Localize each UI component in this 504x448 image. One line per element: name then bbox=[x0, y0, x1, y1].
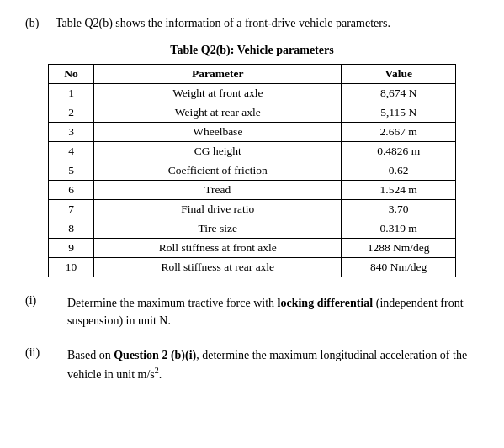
cell-4-0: 5 bbox=[48, 161, 93, 181]
cell-6-1: Final drive ratio bbox=[94, 200, 342, 219]
cell-0-0: 1 bbox=[48, 84, 93, 103]
table-row: 9Roll stiffness at front axle1288 Nm/deg bbox=[48, 239, 455, 258]
cell-0-2: 8,674 N bbox=[342, 84, 456, 103]
cell-4-2: 0.62 bbox=[342, 161, 456, 181]
cell-4-1: Coefficient of friction bbox=[94, 161, 342, 181]
cell-5-0: 6 bbox=[48, 181, 93, 200]
cell-2-1: Wheelbase bbox=[94, 123, 342, 142]
cell-3-1: CG height bbox=[94, 142, 342, 161]
sub-question-ii: (ii)Based on Question 2 (b)(i), determin… bbox=[25, 346, 479, 383]
col-header-value: Value bbox=[342, 65, 456, 84]
sub-content-0: Determine the maximum tractive force wit… bbox=[67, 294, 479, 329]
cell-2-0: 3 bbox=[48, 123, 93, 142]
table-row: 8Tire size0.319 m bbox=[48, 219, 455, 239]
table-row: 1Weight at front axle8,674 N bbox=[48, 84, 455, 103]
cell-7-0: 8 bbox=[48, 219, 93, 239]
table-row: 5Coefficient of friction0.62 bbox=[48, 161, 455, 181]
cell-8-2: 1288 Nm/deg bbox=[342, 239, 456, 258]
part-b-intro: Table Q2(b) shows the information of a f… bbox=[56, 17, 479, 30]
cell-9-2: 840 Nm/deg bbox=[342, 258, 456, 277]
cell-9-1: Roll stiffness at rear axle bbox=[94, 258, 342, 277]
cell-1-2: 5,115 N bbox=[342, 103, 456, 123]
table-row: 6Tread1.524 m bbox=[48, 181, 455, 200]
cell-0-1: Weight at front axle bbox=[94, 84, 342, 103]
table-row: 3Wheelbase2.667 m bbox=[48, 123, 455, 142]
cell-1-0: 2 bbox=[48, 103, 93, 123]
cell-7-2: 0.319 m bbox=[342, 219, 456, 239]
sub-content-1: Based on Question 2 (b)(i), determine th… bbox=[67, 346, 479, 383]
cell-8-0: 9 bbox=[48, 239, 93, 258]
sub-label-1: (ii) bbox=[25, 346, 67, 360]
col-header-no: No bbox=[48, 65, 93, 84]
table-title: Table Q2(b): Vehicle parameters bbox=[25, 44, 479, 57]
cell-6-2: 3.70 bbox=[342, 200, 456, 219]
table-row: 7Final drive ratio3.70 bbox=[48, 200, 455, 219]
table-body: 1Weight at front axle8,674 N2Weight at r… bbox=[48, 84, 455, 277]
sub-question-i: (i)Determine the maximum tractive force … bbox=[25, 294, 479, 329]
sub-questions: (i)Determine the maximum tractive force … bbox=[25, 294, 479, 383]
cell-7-1: Tire size bbox=[94, 219, 342, 239]
table-section: Table Q2(b): Vehicle parameters No Param… bbox=[25, 44, 479, 277]
cell-6-0: 7 bbox=[48, 200, 93, 219]
table-row: 4CG height0.4826 m bbox=[48, 142, 455, 161]
part-b-label: (b) bbox=[25, 17, 56, 30]
cell-9-0: 10 bbox=[48, 258, 93, 277]
col-header-parameter: Parameter bbox=[94, 65, 342, 84]
table-row: 2Weight at rear axle5,115 N bbox=[48, 103, 455, 123]
sub-label-0: (i) bbox=[25, 294, 67, 308]
cell-3-0: 4 bbox=[48, 142, 93, 161]
cell-8-1: Roll stiffness at front axle bbox=[94, 239, 342, 258]
table-row: 10Roll stiffness at rear axle840 Nm/deg bbox=[48, 258, 455, 277]
cell-5-1: Tread bbox=[94, 181, 342, 200]
cell-3-2: 0.4826 m bbox=[342, 142, 456, 161]
table-header-row: No Parameter Value bbox=[48, 65, 455, 84]
cell-1-1: Weight at rear axle bbox=[94, 103, 342, 123]
cell-5-2: 1.524 m bbox=[342, 181, 456, 200]
question-part-b: (b) Table Q2(b) shows the information of… bbox=[25, 17, 479, 30]
vehicle-params-table: No Parameter Value 1Weight at front axle… bbox=[48, 64, 456, 277]
cell-2-2: 2.667 m bbox=[342, 123, 456, 142]
